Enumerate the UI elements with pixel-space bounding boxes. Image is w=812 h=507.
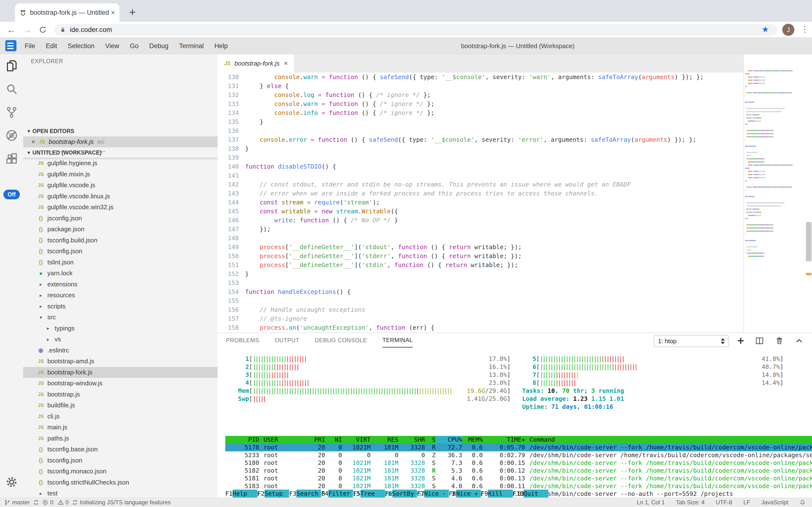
status-lf[interactable]: LF	[743, 499, 750, 506]
fkey-f9[interactable]: F9Kill	[481, 490, 513, 498]
column-header-virt[interactable]: VIRT	[342, 436, 371, 444]
menu-item-help[interactable]: Help	[209, 42, 233, 50]
tree-item[interactable]: JSbootstrap-amd.js	[23, 356, 217, 367]
sync-button[interactable]	[33, 500, 39, 505]
panel-tab-debug-console[interactable]: DEBUG CONSOLE	[315, 333, 367, 348]
fkey-f6[interactable]: F6SortBy	[385, 490, 417, 498]
split-terminal-icon[interactable]	[755, 336, 764, 345]
process-row[interactable]: 5181root2001021M181M3328S4.60.60:00.13/d…	[225, 474, 812, 482]
tree-item[interactable]: {}tsconfig.json	[23, 455, 217, 466]
process-row[interactable]: 5183root2001021M181M3328S4.00.60:00.11/d…	[225, 482, 812, 490]
tree-item[interactable]: JSgulpfile.vscode.js	[23, 180, 217, 191]
extensions-icon[interactable]	[0, 147, 23, 170]
column-header-pri[interactable]: PRI	[302, 436, 325, 444]
settings-gear-icon[interactable]	[0, 476, 23, 488]
open-editor-item[interactable]: × JS bootstrap-fork.js src	[23, 136, 217, 147]
tree-item[interactable]: {}jsconfig.json	[23, 213, 217, 224]
htop-table-header[interactable]: PIDUSERPRINIVIRTRESSHRSCPU%MEM%TIME+Comm…	[225, 436, 812, 444]
column-header-command[interactable]: Command	[525, 436, 812, 444]
maximize-panel-icon[interactable]	[795, 336, 804, 345]
menu-item-debug[interactable]: Debug	[144, 42, 174, 50]
menu-item-selection[interactable]: Selection	[62, 42, 100, 50]
tree-item[interactable]: ▸typings	[23, 323, 217, 334]
editor-tab[interactable]: JS bootstrap-fork.js ×	[217, 54, 294, 72]
source-control-icon[interactable]	[0, 101, 23, 124]
fkey-f8[interactable]: F8Nice +	[449, 490, 481, 498]
fkey-f10[interactable]: F10Quit	[513, 490, 548, 498]
process-row[interactable]: 5178root2001021M181M3328R72.70.60:05.70/…	[225, 444, 812, 451]
menu-item-view[interactable]: View	[100, 42, 124, 50]
column-header-res[interactable]: RES	[371, 436, 398, 444]
terminal[interactable]: 1[|||||||||||||||||||||17.8%]2[|||||||||…	[217, 348, 812, 498]
tree-item[interactable]: ▸test	[23, 488, 217, 498]
panel-tab-terminal[interactable]: TERMINAL	[382, 333, 413, 348]
url-bar[interactable]: ide.coder.com ★	[54, 24, 777, 36]
column-header-shr[interactable]: SHR	[398, 436, 425, 444]
menu-item-file[interactable]: File	[19, 42, 41, 50]
process-row[interactable]: 5233root200000Z36.30.00:02.79/dev/shm/bi…	[225, 451, 812, 459]
tree-item[interactable]: {}tsconfig.strictNullChecks.json	[23, 477, 217, 488]
tree-item[interactable]: ●yarn.lock	[23, 268, 217, 279]
forward-button[interactable]: →	[21, 24, 34, 36]
fkey-f1[interactable]: F1Help	[225, 490, 257, 498]
kill-terminal-icon[interactable]	[775, 336, 784, 345]
status-ln-1-col-1[interactable]: Ln 1, Col 1	[637, 499, 665, 506]
terminal-select[interactable]: 1: htop	[654, 335, 729, 347]
column-header-time[interactable]: TIME+	[483, 436, 525, 444]
tree-item[interactable]: JSgulpfile.mixin.js	[23, 169, 217, 180]
tree-item[interactable]: ▸scripts	[23, 301, 217, 312]
process-row[interactable]: 5180root2001021M181M3328S7.30.60:00.15/d…	[225, 459, 812, 467]
tree-item[interactable]: JSgulpfile.vscode.linux.js	[23, 191, 217, 202]
column-header-cpu[interactable]: CPU%	[436, 436, 462, 444]
tree-item[interactable]: ▸resources	[23, 290, 217, 301]
status-tab-size-4[interactable]: Tab Size: 4	[676, 499, 705, 506]
off-toggle-badge[interactable]: Off	[3, 190, 20, 199]
menu-item-terminal[interactable]: Terminal	[174, 42, 209, 50]
tree-item[interactable]: {}tsconfig.build.json	[23, 235, 217, 246]
column-header-mem[interactable]: MEM%	[462, 436, 483, 444]
tree-item[interactable]: {}tsconfig.monaco.json	[23, 466, 217, 477]
tree-item[interactable]: JSbootstrap-fork.js	[23, 367, 217, 378]
status-javascript[interactable]: JavaScript	[761, 499, 788, 506]
search-icon[interactable]	[0, 77, 23, 101]
tree-item[interactable]: JSgulpfile.vscode.win32.js	[23, 202, 217, 213]
tree-item[interactable]: ▸extensions	[23, 279, 217, 290]
column-header-s[interactable]: S	[425, 436, 436, 444]
column-header-user[interactable]: USER	[259, 436, 302, 444]
tree-item[interactable]: ▾src	[23, 312, 217, 323]
tree-item[interactable]: JSpaths.js	[23, 433, 217, 444]
git-branch-indicator[interactable]: master	[4, 499, 30, 506]
panel-tab-output[interactable]: OUTPUT	[274, 333, 299, 348]
menu-item-go[interactable]: Go	[124, 42, 144, 50]
column-header-ni[interactable]: NI	[325, 436, 342, 444]
open-editors-section[interactable]: ▾ OPEN EDITORS	[23, 126, 217, 136]
scrollbar-thumb[interactable]	[806, 222, 812, 261]
browser-tab-close-icon[interactable]: ×	[111, 8, 115, 17]
tree-item[interactable]: JSbootstrap.js	[23, 389, 217, 400]
language-status[interactable]: Initializing JS/TS language features	[72, 499, 171, 506]
explorer-icon[interactable]	[0, 54, 23, 77]
fkey-f4[interactable]: F4Filter	[321, 490, 353, 498]
new-terminal-icon[interactable]: +	[737, 335, 744, 347]
menu-item-edit[interactable]: Edit	[41, 42, 63, 50]
tree-item[interactable]: JSmain.js	[23, 422, 217, 433]
browser-avatar[interactable]: J	[782, 24, 794, 36]
tree-item[interactable]: ▸vs	[23, 334, 217, 345]
fkey-f5[interactable]: F5Tree	[353, 490, 385, 498]
back-button[interactable]: ←	[5, 24, 17, 36]
tree-item[interactable]: JScli.js	[23, 411, 217, 422]
tree-item[interactable]: JSbuildfile.js	[23, 400, 217, 411]
tree-item[interactable]: JSbootstrap-window.js	[23, 378, 217, 389]
fkey-f2[interactable]: F2Setup	[257, 490, 289, 498]
new-tab-button[interactable]: +	[126, 5, 139, 19]
minimap[interactable]	[744, 54, 806, 333]
fkey-f7[interactable]: F7Nice -	[417, 490, 449, 498]
process-row[interactable]: 5182root2001021M181M3328R5.30.60:00.12/d…	[225, 467, 812, 474]
bookmark-star-icon[interactable]: ★	[762, 24, 769, 34]
tree-item[interactable]: JSgulpfile.extensions.js	[23, 151, 217, 156]
debug-disabled-icon[interactable]	[0, 124, 23, 147]
browser-tab[interactable]: bootstrap-fork.js — Untitled (W ×	[15, 3, 119, 22]
status-utf-8[interactable]: UTF-8	[716, 499, 732, 506]
editor-tab-close-icon[interactable]: ×	[284, 59, 288, 67]
tree-item[interactable]: {}tsconfig.json	[23, 246, 217, 257]
